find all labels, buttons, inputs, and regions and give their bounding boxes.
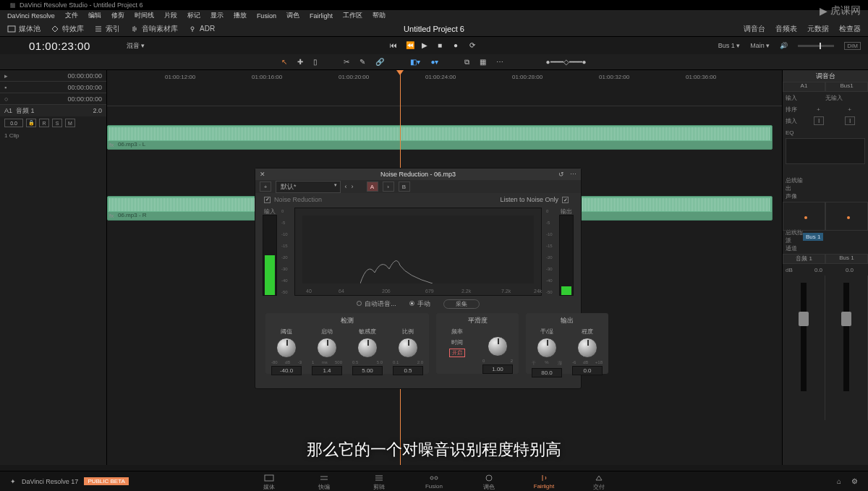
main-select[interactable]: Main ▾: [750, 42, 770, 49]
link-tool[interactable]: 🔗: [375, 58, 384, 66]
sensitivity-value[interactable]: 5.00: [352, 366, 383, 375]
copy-ab[interactable]: ›: [383, 182, 394, 192]
timeline-ruler[interactable]: 01:00:12:00 01:00:16:00 01:00:20:00 01:0…: [107, 70, 782, 106]
mixer-ch-bus1[interactable]: Bus1: [825, 82, 868, 92]
metadata-toggle[interactable]: 元数据: [807, 24, 829, 34]
inspector-toggle[interactable]: 检查器: [839, 24, 861, 34]
nav-cut[interactable]: 快编: [297, 472, 352, 491]
sensitivity-knob[interactable]: [357, 338, 378, 358]
smooth-value[interactable]: 1.00: [482, 364, 513, 374]
blade-tool[interactable]: ✎: [359, 58, 365, 66]
ratio-knob[interactable]: [398, 338, 418, 358]
options-icon[interactable]: ⋯: [570, 171, 576, 178]
flag-tool[interactable]: ◧▾: [410, 58, 420, 66]
zoom-slider[interactable]: ●━━━◇━━━●: [545, 58, 586, 66]
fader-a1[interactable]: [783, 276, 825, 420]
insert-slot[interactable]: Ⅰ: [845, 116, 855, 125]
track-expand-icon[interactable]: ▪: [4, 84, 7, 91]
track-expand-icon[interactable]: ▸: [4, 72, 8, 80]
track-expand-icon[interactable]: ○: [4, 95, 8, 103]
main-menubar[interactable]: DaVinci Resolve 文件 编辑 修剪 时间线 片段 标记 显示 播放…: [0, 10, 868, 21]
adr-toggle[interactable]: ADR: [188, 25, 215, 33]
menu-item[interactable]: 编辑: [88, 11, 101, 20]
menu-item[interactable]: 标记: [187, 11, 200, 20]
nav-color[interactable]: 调色: [461, 472, 516, 491]
record-button[interactable]: ●: [454, 41, 462, 50]
track-a1-header[interactable]: A1 音频 1 2.0: [0, 105, 106, 116]
audio-clip-l[interactable]: fx 06.mp3 - L: [107, 125, 773, 150]
settings-icon[interactable]: ⚙: [851, 477, 858, 485]
fader-bus1[interactable]: [825, 276, 868, 420]
order-add[interactable]: +: [803, 106, 834, 113]
rewind-button[interactable]: ⏪: [406, 41, 414, 50]
compare-b-button[interactable]: B: [399, 182, 410, 192]
menu-item[interactable]: 显示: [210, 11, 224, 20]
marker-color[interactable]: ●▾: [430, 58, 438, 66]
menu-item[interactable]: 片段: [164, 11, 177, 20]
manual-mode-radio[interactable]: 手动: [409, 299, 430, 309]
volume-slider[interactable]: [798, 45, 834, 47]
nav-deliver[interactable]: 交付: [571, 472, 626, 491]
menu-item[interactable]: DaVinci Resolve: [7, 12, 55, 20]
menu-item[interactable]: 修剪: [111, 11, 124, 20]
more-tool[interactable]: ⋯: [496, 58, 503, 66]
grid-tool[interactable]: ▦: [480, 58, 486, 66]
nav-media[interactable]: 媒体: [242, 472, 297, 491]
play-button[interactable]: ▶: [422, 41, 430, 50]
arrow-tool[interactable]: ↖: [281, 58, 287, 66]
reset-icon[interactable]: ↺: [558, 171, 564, 178]
menu-item[interactable]: 工作区: [343, 11, 362, 20]
drywet-value[interactable]: 80.0: [532, 368, 562, 377]
bus-select[interactable]: Bus 1 ▾: [718, 42, 741, 49]
nav-edit[interactable]: 剪辑: [352, 472, 407, 491]
effects-toggle[interactable]: 特效库: [51, 24, 84, 34]
mix-dropdown[interactable]: 混音 ▾: [127, 41, 145, 51]
pan-control[interactable]: [783, 202, 825, 231]
mixer-ch-a1[interactable]: A1: [783, 82, 825, 92]
media-pool-toggle[interactable]: 媒体池: [7, 24, 41, 34]
menu-item[interactable]: 帮助: [373, 11, 386, 20]
amount-value[interactable]: 0.0: [572, 366, 603, 375]
eq-graph[interactable]: [786, 138, 865, 164]
menu-item[interactable]: Fusion: [257, 12, 276, 20]
noise-reduction-dialog[interactable]: ✕ Noise Reduction - 06.mp3 ↺ ⋯ + 默认* ‹ ›…: [255, 168, 582, 389]
auto-mode-radio[interactable]: 自动语音...: [357, 299, 396, 309]
preset-dropdown[interactable]: 默认*: [276, 181, 341, 193]
add-preset-button[interactable]: +: [260, 182, 271, 192]
solo-button[interactable]: S: [52, 119, 62, 127]
prev-button[interactable]: ⏮: [390, 41, 399, 50]
bus-assign[interactable]: Bus 1: [803, 233, 823, 241]
order-add[interactable]: +: [834, 106, 865, 113]
threshold-knob[interactable]: [276, 338, 297, 358]
mute-button[interactable]: M: [65, 119, 75, 127]
insert-slot[interactable]: Ⅰ: [814, 116, 824, 125]
compare-a-button[interactable]: A: [367, 182, 378, 192]
enable-checkbox[interactable]: ✓: [264, 197, 271, 203]
close-icon[interactable]: ✕: [260, 171, 267, 178]
snap-tool[interactable]: ⧉: [464, 58, 469, 67]
attack-knob[interactable]: [317, 338, 337, 358]
threshold-value[interactable]: -40.0: [271, 366, 302, 375]
menu-item[interactable]: 调色: [286, 11, 299, 20]
menu-item[interactable]: 播放: [234, 11, 247, 20]
marker-tool[interactable]: ✚: [297, 58, 303, 66]
pan-control[interactable]: [825, 202, 868, 231]
menu-item[interactable]: Fairlight: [310, 12, 333, 20]
timecode-display[interactable]: 01:00:23:00: [29, 40, 90, 52]
sound-library-toggle[interactable]: 音响素材库: [130, 24, 178, 34]
smooth-onoff[interactable]: 开启: [449, 349, 465, 357]
drywet-knob[interactable]: [537, 338, 557, 358]
lock-icon[interactable]: 🔒: [26, 119, 36, 127]
range-tool[interactable]: ▯: [313, 58, 318, 66]
track-gain[interactable]: 0.0: [4, 119, 23, 127]
cut-tool[interactable]: ✂: [344, 58, 349, 66]
attack-value[interactable]: 1.4: [312, 366, 342, 375]
mixer-toggle[interactable]: 调音台: [744, 24, 765, 34]
smooth-knob[interactable]: [488, 336, 508, 356]
amount-knob[interactable]: [577, 338, 597, 358]
nav-fusion[interactable]: Fusion: [407, 472, 461, 491]
speaker-icon[interactable]: 🔊: [780, 42, 788, 49]
index-toggle[interactable]: 索引: [94, 24, 120, 34]
nav-fairlight[interactable]: Fairlight: [516, 472, 571, 491]
learn-button[interactable]: 采集: [443, 299, 480, 309]
